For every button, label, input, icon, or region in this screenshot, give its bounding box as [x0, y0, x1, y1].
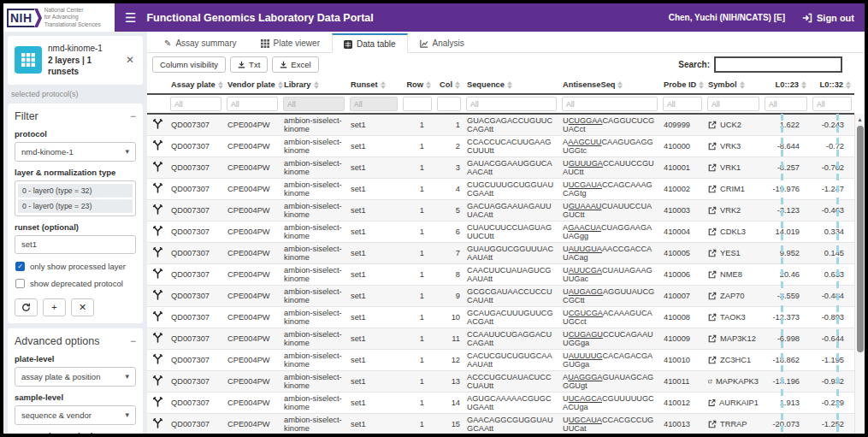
col-header-vendor-plate[interactable]: Vendor plate [224, 76, 280, 94]
col-header-antisenseseq[interactable]: AntisenseSeq [559, 76, 660, 94]
tab-assay-summary[interactable]: ✎ Assay summary [152, 33, 249, 52]
table-row[interactable]: QD007307 CPE004PW ambion-siselect-kinome… [147, 307, 854, 328]
antibody-icon[interactable] [153, 247, 162, 257]
filter-input-col[interactable] [437, 97, 461, 111]
table-row[interactable]: QD007307 CPE004PW ambion-siselect-kinome… [147, 286, 854, 307]
checkbox-icon[interactable]: ✓ [15, 262, 25, 271]
antibody-icon[interactable] [153, 397, 162, 407]
antibody-icon[interactable] [153, 311, 162, 322]
table-row[interactable]: QD007307 CPE004PW ambion-siselect-kinome… [147, 200, 854, 221]
col-header-library[interactable]: Library [280, 76, 347, 94]
col-header-symbol[interactable]: Symbol [705, 76, 762, 94]
filter-input-row[interactable] [403, 97, 432, 111]
column-visibility-button[interactable]: Column visibility [152, 56, 226, 73]
symbol-link[interactable]: TRRAP [708, 420, 759, 428]
antibody-icon[interactable] [153, 354, 162, 364]
col-header-row[interactable]: Row [400, 76, 434, 94]
vertical-scrollbar[interactable]: ▲ [854, 114, 865, 434]
table-row[interactable]: QD007307 CPE004PW ambion-siselect-kinome… [147, 136, 854, 157]
table-row[interactable]: QD007307 CPE004PW ambion-siselect-kinome… [147, 371, 854, 393]
symbol-link[interactable]: UCK2 [708, 121, 759, 129]
filter-input-assay-plate[interactable] [170, 97, 221, 111]
export-excel-button[interactable]: Excel [272, 56, 318, 73]
sample-level-select[interactable]: sequence & vendor ▾ [15, 405, 136, 425]
antibody-icon[interactable] [153, 375, 162, 386]
col-header-sequence[interactable]: Sequence [464, 76, 559, 94]
protocol-card[interactable]: nmd-kinome-1 2 layers | 1 runsets ✕ [8, 36, 143, 85]
tab-plate-viewer[interactable]: Plate viewer [249, 33, 332, 52]
filter-collapse-icon[interactable]: − [130, 110, 136, 122]
plate-level-select[interactable]: assay plate & position ▾ [15, 367, 136, 387]
layer-option[interactable]: 0 - layer0 (type = 23) [18, 199, 133, 213]
symbol-link[interactable]: CRIM1 [708, 185, 759, 193]
filter-input-vendor-plate[interactable] [227, 97, 278, 111]
tab-data-table[interactable]: Data table [332, 33, 408, 53]
symbol-link[interactable]: ZAP70 [708, 292, 759, 300]
remove-button[interactable]: ✕ [71, 298, 94, 316]
symbol-link[interactable]: NME8 [708, 270, 759, 279]
filter-input-l0-23[interactable] [765, 97, 807, 111]
table-row[interactable]: QD007307 CPE004PW ambion-siselect-kinome… [147, 221, 854, 243]
filter-input-library[interactable] [283, 97, 345, 111]
antibody-icon[interactable] [153, 333, 162, 343]
checkbox-icon[interactable] [15, 279, 25, 288]
filter-input-l0-32[interactable] [812, 97, 852, 111]
runset-input[interactable]: set1 [15, 235, 136, 254]
antibody-icon[interactable] [153, 226, 162, 236]
antibody-icon[interactable] [153, 183, 162, 193]
filter-input-antisenseseq[interactable] [562, 97, 658, 111]
col-header-l0-23[interactable]: L0::23 [762, 76, 810, 94]
antibody-icon[interactable] [153, 119, 162, 129]
table-row[interactable]: QD007307 CPE004PW ambion-siselect-kinome… [147, 157, 854, 179]
scrollbar-thumb[interactable] [857, 126, 864, 352]
symbol-link[interactable]: YES1 [708, 249, 759, 257]
assay-plate-cell: QD007307 [168, 157, 224, 179]
filter-input-probe-id[interactable] [663, 97, 702, 111]
col-header-col[interactable]: Col [434, 76, 464, 94]
table-row[interactable]: QD007307 CPE004PW ambion-siselect-kinome… [147, 393, 854, 414]
filter-input-runset[interactable] [350, 97, 398, 111]
symbol-link[interactable]: VRK1 [708, 163, 759, 172]
antibody-icon[interactable] [153, 290, 162, 300]
symbol-link[interactable]: VRK3 [708, 142, 759, 151]
filter-input-sequence[interactable] [466, 97, 557, 111]
protocol-select[interactable]: nmd-kinome-1 ▾ [15, 142, 136, 162]
table-row[interactable]: QD007307 CPE004PW ambion-siselect-kinome… [147, 179, 854, 200]
table-row[interactable]: QD007307 CPE004PW ambion-siselect-kinome… [147, 414, 854, 434]
table-row[interactable]: QD007307 CPE004PW ambion-siselect-kinome… [147, 350, 854, 371]
symbol-link[interactable]: MAP3K12 [708, 334, 759, 343]
table-row[interactable]: QD007307 CPE004PW ambion-siselect-kinome… [147, 264, 854, 286]
layer-option[interactable]: 0 - layer0 (type = 32) [18, 184, 133, 198]
col-header-l0-32[interactable]: L0::32 [810, 76, 854, 94]
protocol-card-close-icon[interactable]: ✕ [124, 54, 136, 66]
tab-analysis[interactable]: Analysis [408, 33, 476, 52]
only-show-processed-layer-checkbox[interactable]: ✓ only show processed layer [15, 262, 135, 271]
advanced-collapse-icon[interactable]: − [130, 335, 136, 347]
table-row[interactable]: QD007307 CPE004PW ambion-siselect-kinome… [147, 114, 854, 136]
menu-icon[interactable]: ☰ [125, 10, 136, 26]
symbol-link[interactable]: AURKAIP1 [708, 399, 759, 407]
table-row[interactable]: QD007307 CPE004PW ambion-siselect-kinome… [147, 328, 854, 350]
refresh-button[interactable] [15, 298, 38, 316]
search-input[interactable] [714, 56, 842, 73]
antibody-icon[interactable] [153, 140, 162, 151]
filter-input-symbol[interactable] [707, 97, 759, 111]
table-row[interactable]: QD007307 CPE004PW ambion-siselect-kinome… [147, 243, 854, 264]
symbol-link[interactable]: ZC3HC1 [708, 356, 759, 364]
symbol-link[interactable]: VRK2 [708, 206, 759, 215]
symbol-link[interactable]: MAPKAPK3 [708, 377, 759, 386]
col-header-runset[interactable]: Runset [347, 76, 400, 94]
show-deprecated-protocol-checkbox[interactable]: show deprecated protocol [15, 279, 135, 288]
export-txt-button[interactable]: Txt [230, 56, 268, 73]
antibody-icon[interactable] [153, 418, 162, 428]
symbol-link[interactable]: TAOK3 [708, 313, 759, 322]
add-button[interactable]: + [43, 298, 66, 316]
col-header-probe-id[interactable]: Probe ID [660, 76, 705, 94]
scroll-up-arrow-icon[interactable]: ▲ [855, 114, 865, 124]
symbol-link[interactable]: CDKL3 [708, 227, 759, 236]
antibody-icon[interactable] [153, 269, 162, 279]
col-header-assay-plate[interactable]: Assay plate [168, 76, 224, 94]
antibody-icon[interactable] [153, 162, 162, 172]
antibody-icon[interactable] [153, 204, 162, 215]
sign-out-button[interactable]: Sign out [802, 13, 854, 23]
